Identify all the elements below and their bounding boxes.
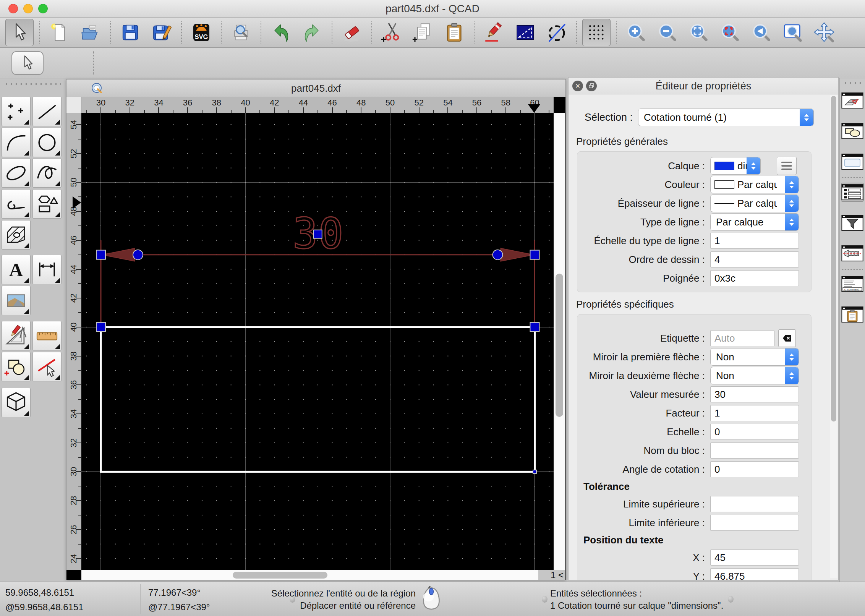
copy-button[interactable] — [409, 19, 437, 46]
panel-float-button[interactable] — [586, 81, 597, 91]
zoom-in-icon — [625, 22, 647, 43]
spline-tool-button[interactable] — [32, 158, 62, 188]
command-line-panel-button[interactable]: c: command — [841, 274, 864, 293]
drawing-canvas[interactable] — [81, 113, 554, 570]
polyline-edit-button[interactable] — [511, 19, 539, 46]
echelle-input[interactable] — [710, 424, 799, 440]
library-browser-panel-button[interactable] — [841, 152, 864, 171]
paste-button[interactable] — [440, 19, 468, 46]
divide-button[interactable] — [543, 19, 571, 46]
redo-button[interactable] — [298, 19, 326, 46]
zoom-indicator: 1 < 10 — [538, 570, 565, 580]
zoom-out-button[interactable] — [653, 19, 682, 46]
undo-button[interactable] — [267, 19, 295, 46]
save-button[interactable] — [116, 19, 144, 46]
zoom-auto-button[interactable] — [685, 19, 713, 46]
draw-pencil-icon — [483, 22, 505, 43]
echelle-type-input[interactable] — [710, 233, 799, 249]
points-tool-button[interactable] — [2, 97, 31, 126]
solid-3d-tool-button[interactable] — [2, 388, 31, 417]
select-button[interactable] — [5, 19, 34, 46]
selection-dropdown[interactable]: Cotation tourné (1) — [638, 109, 814, 126]
miroir2-dropdown[interactable]: Non — [710, 367, 799, 384]
v-ruler-label: 52 — [69, 142, 78, 165]
dock-drag-handle[interactable] — [843, 81, 863, 84]
snap-tool-button[interactable] — [32, 352, 62, 381]
vertical-scrollbar-thumb[interactable] — [556, 274, 563, 417]
echelle-label: Echelle : — [577, 426, 710, 438]
valeur-input[interactable] — [710, 386, 799, 402]
arc-tool-button[interactable] — [2, 128, 31, 157]
clipboard-panel-button[interactable] — [841, 305, 864, 324]
ellipse-tool-button[interactable] — [2, 158, 31, 188]
circle-tool-button[interactable] — [32, 128, 62, 157]
calque-dropdown[interactable]: dimensions — [710, 157, 761, 175]
submenu-corner-icon — [55, 181, 60, 186]
clear-label-button[interactable] — [778, 329, 796, 347]
horizontal-scrollbar-thumb[interactable] — [233, 572, 327, 579]
etiquette-input[interactable] — [710, 330, 774, 346]
vertical-scrollbar[interactable] — [554, 113, 565, 570]
window-titlebar[interactable]: part045.dxf - QCAD — [0, 0, 865, 18]
print-preview-button[interactable] — [227, 19, 255, 46]
block-list-panel-button[interactable] — [841, 122, 864, 141]
ruler-tick — [78, 515, 81, 515]
limite-sup-input[interactable] — [710, 496, 799, 512]
polyline-tool-button[interactable] — [2, 189, 31, 219]
new-file-button[interactable] — [45, 19, 73, 46]
cut-button[interactable] — [377, 19, 406, 46]
epaisseur-dropdown[interactable]: Par calque — [710, 195, 799, 212]
couleur-dropdown[interactable]: Par calque — [710, 176, 799, 193]
dimension-tool-button[interactable] — [32, 255, 62, 284]
palette-drag-handle[interactable] — [4, 82, 61, 86]
x-input[interactable] — [710, 550, 799, 566]
selection-filter-panel-button[interactable] — [841, 213, 864, 232]
angle-input[interactable] — [710, 461, 799, 477]
hatch-tool-button[interactable] — [2, 220, 31, 250]
poignee-input[interactable] — [710, 270, 799, 286]
drawing-window-titlebar[interactable]: part045.dxf — [66, 79, 565, 97]
selection-pointer-button[interactable] — [11, 51, 44, 75]
grid-button[interactable] — [582, 19, 611, 46]
facteur-input[interactable] — [710, 405, 799, 421]
zoom-window-button[interactable] — [779, 19, 807, 46]
modify-shapes-tool-button[interactable] — [2, 352, 31, 381]
window-title: part045.dxf - QCAD — [0, 0, 865, 18]
layer-menu-button[interactable] — [777, 157, 797, 175]
draw-pencil-button[interactable] — [480, 19, 508, 46]
zoom-selection-button[interactable] — [716, 19, 744, 46]
panel-close-button[interactable]: ✕ — [572, 81, 583, 91]
zoom-previous-button[interactable] — [747, 19, 776, 46]
miroir1-dropdown[interactable]: Non — [710, 348, 799, 366]
zoom-in-button[interactable] — [622, 19, 650, 46]
left-click-hint: Sélectionnez l'entité ou de la région — [245, 587, 416, 600]
text-tool-button[interactable]: A — [2, 255, 31, 284]
layer-list-panel-button[interactable] — [841, 91, 864, 110]
ruler-tick — [231, 110, 232, 113]
ordre-input[interactable] — [710, 251, 799, 267]
toolbar-separator — [576, 21, 577, 44]
line-tool-button[interactable] — [32, 97, 62, 126]
measure-tool-button[interactable] — [32, 321, 62, 350]
y-input[interactable] — [710, 568, 799, 580]
property-editor-panel-button[interactable] — [841, 183, 864, 202]
type-ligne-dropdown[interactable]: Par calque — [710, 213, 799, 231]
horizontal-scrollbar[interactable] — [81, 570, 538, 580]
image-tool-button[interactable] — [2, 286, 31, 315]
hardware-part-panel-button[interactable] — [841, 244, 864, 263]
ruler-tick — [317, 110, 318, 113]
drafting-tools-tool-button[interactable] — [2, 321, 31, 350]
eraser-button[interactable] — [338, 19, 366, 46]
open-file-button[interactable] — [76, 19, 105, 46]
panel-scrollbar-thumb[interactable] — [831, 96, 836, 421]
panel-scrollbar[interactable] — [830, 95, 837, 578]
property-editor-titlebar[interactable]: ✕ Éditeur de propriétés — [569, 78, 838, 94]
save-as-button[interactable] — [147, 19, 176, 46]
svg-export-button[interactable]: SVG — [187, 19, 215, 46]
shapes-tool-button[interactable] — [32, 189, 62, 219]
new-file-icon — [49, 22, 70, 43]
ruler-tick — [462, 110, 463, 113]
nom-bloc-input[interactable] — [710, 443, 799, 459]
limite-inf-input[interactable] — [710, 515, 799, 531]
pan-button[interactable] — [810, 19, 838, 46]
